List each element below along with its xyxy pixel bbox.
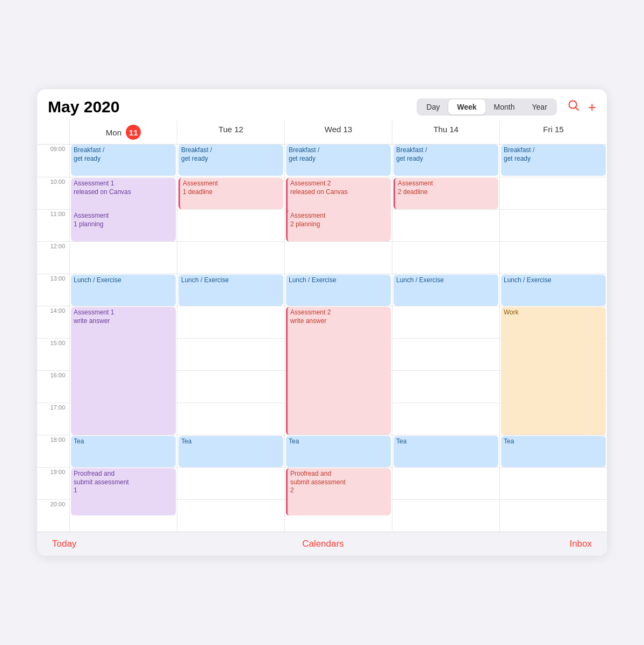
day-header-fri: Fri 15: [499, 120, 607, 144]
time-2000: 20:00: [37, 499, 69, 532]
thu-slot-1100[interactable]: [392, 209, 499, 241]
day-col-wed: Breakfast /get ready Assessment 2release…: [284, 145, 392, 532]
event-wed-proofread2[interactable]: Proofread andsubmit assessment2: [286, 468, 391, 515]
day-header-row: Mon 11 Tue 12 Wed 13 Thu 14 Fri 15: [37, 120, 607, 145]
event-fri-lunch[interactable]: Lunch / Exercise: [501, 275, 606, 306]
event-tue-lunch[interactable]: Lunch / Exercise: [178, 275, 283, 306]
time-1800: 18:00: [37, 435, 69, 467]
svg-line-1: [575, 108, 578, 111]
calendar-grid: 09:00 10:00 11:00 12:00 13:00 14:00 15:0…: [37, 145, 607, 532]
thu-slot-1600[interactable]: [392, 370, 499, 403]
event-wed-assessment2-write[interactable]: Assessment 2write answer: [286, 307, 391, 435]
tue-slot-1500[interactable]: [177, 338, 284, 370]
calendar-header: May 2020 Day Week Month Year +: [37, 89, 607, 120]
event-thu-assessment2-deadline[interactable]: Assessment2 deadline: [393, 178, 498, 209]
day-col-mon: Breakfast /get ready Assessment 1release…: [69, 145, 177, 532]
thu-slot-1200[interactable]: [392, 241, 499, 274]
view-year-button[interactable]: Year: [524, 99, 556, 114]
event-mon-breakfast[interactable]: Breakfast /get ready: [71, 145, 176, 176]
view-week-button[interactable]: Week: [448, 99, 485, 114]
add-button[interactable]: +: [588, 99, 596, 116]
tue-slot-2000[interactable]: [177, 499, 284, 532]
event-tue-assessment1-deadline[interactable]: Assessment1 deadline: [178, 178, 283, 209]
event-wed-lunch[interactable]: Lunch / Exercise: [286, 275, 391, 306]
tue-slot-1900[interactable]: [177, 467, 284, 499]
day-header-wed: Wed 13: [284, 120, 392, 144]
today-button[interactable]: Today: [52, 539, 76, 549]
thu-slot-1400[interactable]: [392, 306, 499, 338]
day-header-tue: Tue 12: [177, 120, 284, 144]
tue-slot-1100[interactable]: [177, 209, 284, 241]
mon-slot-1200[interactable]: [70, 241, 177, 274]
time-column: 09:00 10:00 11:00 12:00 13:00 14:00 15:0…: [37, 145, 69, 532]
event-mon-tea[interactable]: Tea: [71, 436, 176, 467]
time-1100: 11:00: [37, 209, 69, 241]
calendar-footer: Today Calendars Inbox: [37, 532, 607, 556]
event-fri-work[interactable]: Work: [501, 307, 606, 435]
event-mon-lunch[interactable]: Lunch / Exercise: [71, 275, 176, 306]
event-wed-assessment2-planning[interactable]: Assessment2 planning: [286, 210, 391, 241]
today-badge: 11: [126, 125, 141, 140]
year-light: 2020: [79, 98, 119, 116]
event-mon-assessment1-write[interactable]: Assessment 1write answer: [71, 307, 176, 435]
event-mon-assessment1-planning[interactable]: Assessment1 planning: [71, 210, 176, 241]
tue-slot-1600[interactable]: [177, 370, 284, 403]
day-header-mon: Mon 11: [69, 120, 177, 144]
fri-slot-1100[interactable]: [500, 209, 607, 241]
event-thu-lunch[interactable]: Lunch / Exercise: [393, 275, 498, 306]
thu-slot-1700[interactable]: [392, 403, 499, 435]
event-tue-tea[interactable]: Tea: [178, 436, 283, 467]
tue-slot-1400[interactable]: [177, 306, 284, 338]
search-icon: [568, 99, 579, 111]
time-0900: 09:00: [37, 145, 69, 177]
event-thu-tea[interactable]: Tea: [393, 436, 498, 467]
time-1300: 13:00: [37, 274, 69, 306]
fri-slot-2000[interactable]: [500, 499, 607, 532]
event-wed-breakfast[interactable]: Breakfast /get ready: [286, 145, 391, 176]
view-switcher: Day Week Month Year: [417, 98, 556, 116]
time-1500: 15:00: [37, 338, 69, 370]
search-button[interactable]: [568, 99, 579, 114]
time-1900: 19:00: [37, 467, 69, 499]
time-1200: 12:00: [37, 241, 69, 274]
fri-slot-1900[interactable]: [500, 467, 607, 499]
event-fri-tea[interactable]: Tea: [501, 436, 606, 467]
thu-slot-1900[interactable]: [392, 467, 499, 499]
time-1600: 16:00: [37, 370, 69, 403]
tue-slot-1200[interactable]: [177, 241, 284, 274]
month-bold: May: [48, 98, 79, 116]
fri-slot-1200[interactable]: [500, 241, 607, 274]
fri-slot-1000[interactable]: [500, 177, 607, 209]
day-col-tue: Breakfast /get ready Assessment1 deadlin…: [177, 145, 284, 532]
calendars-button[interactable]: Calendars: [302, 539, 344, 549]
view-day-button[interactable]: Day: [418, 99, 448, 114]
event-mon-proofread1[interactable]: Proofread andsubmit assessment1: [71, 468, 176, 515]
inbox-button[interactable]: Inbox: [569, 539, 592, 549]
event-wed-tea[interactable]: Tea: [286, 436, 391, 467]
day-header-thu: Thu 14: [392, 120, 499, 144]
calendar-container: May 2020 Day Week Month Year + Mon 11 Tu…: [37, 89, 607, 556]
time-1700: 17:00: [37, 403, 69, 435]
event-fri-breakfast[interactable]: Breakfast /get ready: [501, 145, 606, 176]
day-col-thu: Breakfast /get ready Assessment2 deadlin…: [392, 145, 499, 532]
thu-slot-2000[interactable]: [392, 499, 499, 532]
calendar-title: May 2020: [48, 98, 417, 116]
thu-slot-1500[interactable]: [392, 338, 499, 370]
event-thu-breakfast[interactable]: Breakfast /get ready: [393, 145, 498, 176]
view-month-button[interactable]: Month: [485, 99, 524, 114]
wed-slot-1200[interactable]: [285, 241, 392, 274]
day-col-fri: Breakfast /get ready Lunch / Exercise Wo…: [499, 145, 607, 532]
header-icons: +: [568, 99, 596, 116]
time-1400: 14:00: [37, 306, 69, 338]
tue-slot-1700[interactable]: [177, 403, 284, 435]
time-header: [37, 120, 69, 144]
event-tue-breakfast[interactable]: Breakfast /get ready: [178, 145, 283, 176]
time-1000: 10:00: [37, 177, 69, 209]
